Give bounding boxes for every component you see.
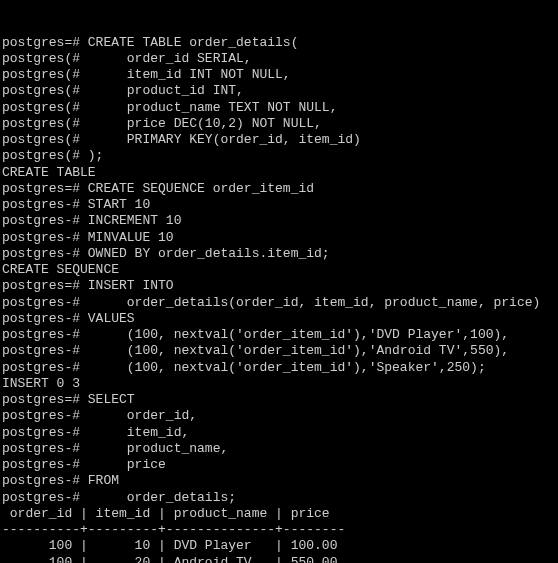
line: postgres-# product_name, [2,441,228,456]
line: postgres-# OWNED BY order_details.item_i… [2,246,330,261]
line: postgres(# order_id SERIAL, [2,51,252,66]
line: postgres-# FROM [2,473,119,488]
line: INSERT 0 3 [2,376,80,391]
line: postgres(# item_id INT NOT NULL, [2,67,291,82]
line: postgres-# order_details; [2,490,236,505]
line: postgres-# MINVALUE 10 [2,230,174,245]
terminal-output[interactable]: postgres=# CREATE TABLE order_details( p… [2,35,558,564]
line: postgres-# (100, nextval('order_item_id'… [2,327,509,342]
line: postgres=# CREATE SEQUENCE order_item_id [2,181,314,196]
line: postgres-# (100, nextval('order_item_id'… [2,360,486,375]
line: postgres-# INCREMENT 10 [2,213,181,228]
line: 100 | 20 | Android TV | 550.00 [2,555,337,564]
line: ----------+---------+--------------+----… [2,522,345,537]
line: postgres-# item_id, [2,425,189,440]
line: postgres(# product_id INT, [2,83,244,98]
line: postgres(# product_name TEXT NOT NULL, [2,100,337,115]
line: postgres=# CREATE TABLE order_details( [2,35,298,50]
line: 100 | 10 | DVD Player | 100.00 [2,538,337,553]
line: postgres(# PRIMARY KEY(order_id, item_id… [2,132,361,147]
line: postgres-# (100, nextval('order_item_id'… [2,343,509,358]
line: order_id | item_id | product_name | pric… [2,506,330,521]
line: postgres(# price DEC(10,2) NOT NULL, [2,116,322,131]
line: postgres-# START 10 [2,197,150,212]
line: CREATE SEQUENCE [2,262,119,277]
line: postgres-# VALUES [2,311,135,326]
line: postgres-# order_details(order_id, item_… [2,295,540,310]
line: postgres(# ); [2,148,103,163]
line: postgres=# INSERT INTO [2,278,174,293]
line: postgres-# order_id, [2,408,197,423]
line: CREATE TABLE [2,165,96,180]
line: postgres-# price [2,457,166,472]
line: postgres=# SELECT [2,392,135,407]
